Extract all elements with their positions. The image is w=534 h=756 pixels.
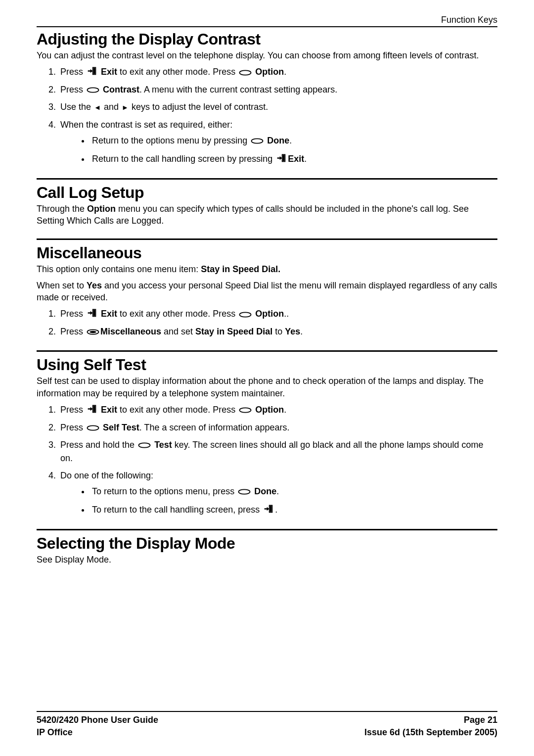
steps-self-test: Press Exit to exit any other mode. Press… <box>37 403 497 517</box>
exit-icon <box>87 404 97 417</box>
text: Press <box>60 423 86 432</box>
softkey-filled-icon <box>87 326 99 338</box>
text: . <box>284 405 286 415</box>
step-1: Press Exit to exit any other mode. Press… <box>58 65 497 79</box>
text: . <box>275 505 277 515</box>
text: To return to the call handling screen, p… <box>92 505 262 515</box>
page-header-right: Function Keys <box>37 15 497 25</box>
done-label: Done <box>267 136 289 145</box>
heading-self-test: Using Self Test <box>37 356 497 374</box>
text: Press and hold the <box>60 440 137 450</box>
section-self-test: Using Self Test Self test can be used to… <box>37 356 497 517</box>
step-2: Press Self Test. The a screen of informa… <box>58 421 497 434</box>
heading-call-log: Call Log Setup <box>37 184 497 202</box>
exit-label: Exit <box>101 405 117 415</box>
yes-label: Yes <box>87 281 102 290</box>
heading-display-mode: Selecting the Display Mode <box>37 534 497 553</box>
text: .. <box>284 309 289 319</box>
text: . <box>300 327 303 336</box>
text: to exit any other mode. Press <box>117 309 238 319</box>
text: Use the <box>60 102 93 112</box>
option-label: Option <box>255 405 284 415</box>
test-label: Test <box>154 440 172 450</box>
text: Through the <box>37 204 87 214</box>
heading-miscellaneous: Miscellaneous <box>37 244 497 262</box>
softkey-icon <box>239 404 252 417</box>
option-label: Option <box>87 204 116 214</box>
exit-label: Exit <box>101 67 117 77</box>
softkey-icon <box>87 422 99 434</box>
softkey-icon <box>251 135 264 147</box>
exit-label: Exit <box>101 309 117 319</box>
step-2: Press Miscellaneous and set Stay in Spee… <box>58 325 497 338</box>
left-arrow-icon <box>94 101 100 114</box>
exit-icon <box>276 153 287 166</box>
exit-label: Exit <box>288 154 304 164</box>
steps-adjusting: Press Exit to exit any other mode. Press… <box>37 65 497 166</box>
softkey-icon <box>138 439 151 452</box>
header-rule <box>37 26 497 27</box>
text: and you access your personal Speed Dial … <box>37 281 497 302</box>
text: Press <box>60 67 86 77</box>
paragraph-misc-2: When set to Yes and you access your pers… <box>37 280 497 304</box>
heading-adjusting-contrast: Adjusting the Display Contrast <box>37 30 497 48</box>
text: to <box>272 327 285 336</box>
intro-adjusting: You can adjust the contrast level on the… <box>37 49 497 61</box>
step-3: Press and hold the Test key. The screen … <box>58 438 497 465</box>
footer-right-2: Issue 6d (15th September 2005) <box>364 726 497 738</box>
text: to exit any other mode. Press <box>117 67 238 77</box>
text: To return to the options menu, press <box>92 486 237 496</box>
footer-rule <box>37 711 497 712</box>
softkey-icon <box>239 66 252 79</box>
exit-icon <box>87 308 97 321</box>
text: Return to the call handling screen by pr… <box>92 154 275 164</box>
text: and set <box>161 327 195 336</box>
footer-left-2: IP Office <box>37 726 73 738</box>
intro-self-test: Self test can be used to display informa… <box>37 375 497 399</box>
stay-label: Stay in Speed Dial <box>195 327 272 336</box>
page-footer: 5420/2420 Phone User Guide Page 21 IP Of… <box>37 711 497 738</box>
self-test-label: Self Test <box>103 423 139 432</box>
text: . The a screen of information appears. <box>139 423 290 432</box>
exit-icon <box>87 66 97 79</box>
stay-label: Stay in Speed Dial. <box>201 264 280 274</box>
section-display-mode: Selecting the Display Mode See Display M… <box>37 534 497 566</box>
option-label: Option <box>255 67 284 77</box>
substep-1: To return to the options menu, press Don… <box>90 485 497 498</box>
step-3: Use the and keys to adjust the level of … <box>58 100 497 114</box>
footer-right-1: Page 21 <box>464 714 497 726</box>
section-rule <box>37 238 497 240</box>
miscellaneous-label: Miscellaneous <box>100 327 161 336</box>
text: . <box>284 67 286 77</box>
step-1: Press Exit to exit any other mode. Press… <box>58 307 497 321</box>
substep-2: Return to the call handling screen by pr… <box>90 152 497 166</box>
yes-label: Yes <box>285 327 300 336</box>
section-adjusting-contrast: Adjusting the Display Contrast You can a… <box>37 30 497 166</box>
text: Press <box>60 309 86 319</box>
text: Press <box>60 327 86 336</box>
text: . <box>276 486 279 496</box>
text: . <box>289 136 292 145</box>
softkey-icon <box>239 308 252 321</box>
footer-left-1: 5420/2420 Phone User Guide <box>37 714 158 726</box>
substeps: To return to the options menu, press Don… <box>60 485 497 517</box>
text: This option only contains one menu item: <box>37 264 201 274</box>
section-call-log-setup: Call Log Setup Through the Option menu y… <box>37 184 497 227</box>
section-rule <box>37 178 497 180</box>
substeps: Return to the options menu by pressing D… <box>60 134 497 166</box>
steps-misc: Press Exit to exit any other mode. Press… <box>37 307 497 338</box>
step-1: Press Exit to exit any other mode. Press… <box>58 403 497 417</box>
section-rule <box>37 529 497 530</box>
text: Do one of the following: <box>60 471 153 480</box>
text: to exit any other mode. Press <box>117 405 238 415</box>
text: and <box>101 102 121 112</box>
contrast-label: Contrast <box>103 85 139 94</box>
step-4: When the contrast is set as required, ei… <box>58 118 497 166</box>
softkey-icon <box>87 84 99 96</box>
substep-1: Return to the options menu by pressing D… <box>90 134 497 147</box>
substep-2: To return to the call handling screen, p… <box>90 503 497 517</box>
text: Return to the options menu by pressing <box>92 136 250 145</box>
text: keys to adjust the level of contrast. <box>129 102 268 112</box>
text: When the contrast is set as required, ei… <box>60 120 232 130</box>
text: . <box>304 154 307 164</box>
